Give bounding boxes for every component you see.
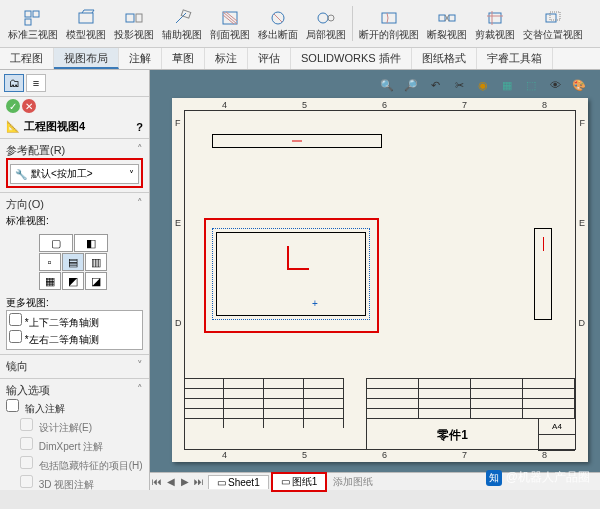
tab-yurui-tools[interactable]: 宇睿工具箱 <box>477 48 553 69</box>
svg-rect-2 <box>25 19 31 25</box>
more-views-list: *上下二等角轴测 *左右二等角轴测 <box>6 310 143 350</box>
drawing-sheet[interactable]: 4 5 6 7 8 4 5 6 7 8 F E F E D D + <box>172 98 588 462</box>
chevron-up-icon[interactable]: ˄ <box>137 383 143 398</box>
more-view-item[interactable]: *上下二等角轴测 <box>9 313 140 330</box>
svg-point-10 <box>328 15 334 21</box>
command-tabs: 工程图 视图布局 注解 草图 标注 评估 SOLIDWORKS 插件 图纸格式 … <box>0 48 600 70</box>
tab-sketch[interactable]: 草图 <box>162 48 205 69</box>
eye-icon[interactable]: 👁 <box>546 76 564 94</box>
confirm-cancel-icon[interactable]: ✕ <box>22 99 36 113</box>
view-right-icon[interactable]: ▤ <box>62 253 84 271</box>
tab-annotation[interactable]: 注解 <box>119 48 162 69</box>
view-dim-icon[interactable]: ◪ <box>85 272 107 290</box>
svg-rect-11 <box>382 13 396 23</box>
standard-view-grid: ▢ ◧ ▫ ▤ ▥ ▦ ◩ ◪ <box>39 234 111 290</box>
hidden-features-checkbox[interactable]: 包括隐藏特征的项目(H) <box>6 455 143 474</box>
center-mark-icon: + <box>312 298 318 309</box>
confirm-ok-icon[interactable]: ✓ <box>6 99 20 113</box>
more-view-item[interactable]: *左右二等角轴测 <box>9 330 140 347</box>
tab-sw-addins[interactable]: SOLIDWORKS 插件 <box>291 48 412 69</box>
panel-help-icon[interactable]: ? <box>136 121 143 133</box>
sheet-nav-first-icon[interactable]: ⏮ <box>150 476 164 487</box>
config-select[interactable]: 🔧 默认<按加工> ˅ <box>10 164 139 184</box>
section-mirror[interactable]: 镜向˅ <box>0 355 149 379</box>
panel-tab-feature-tree-icon[interactable]: 🗂 <box>4 74 24 92</box>
section-orientation: 方向(O)˄ 标准视图: ▢ ◧ ▫ ▤ ▥ ▦ ◩ ◪ 更多视图: *上下二等… <box>0 193 149 355</box>
view-front-icon[interactable]: ▢ <box>39 234 73 252</box>
ribbon: 标准三视图 模型视图 投影视图 辅助视图 剖面视图 移出断面 局部视图 断开的剖… <box>0 0 600 48</box>
hide-show-icon[interactable]: ▦ <box>498 76 516 94</box>
model-outline <box>216 232 366 316</box>
svg-rect-14 <box>489 13 501 23</box>
projected-view-right[interactable] <box>534 228 552 320</box>
drawing-view-icon: 📐 <box>6 120 20 133</box>
ribbon-break-view[interactable]: 断裂视图 <box>423 2 471 45</box>
sheet-tabs: ⏮ ◀ ▶ ⏭ ▭Sheet1 ▭图纸1 添加图纸 <box>150 472 600 490</box>
projected-view-top[interactable] <box>212 134 382 148</box>
tab-sheet-format[interactable]: 图纸格式 <box>412 48 477 69</box>
svg-rect-5 <box>136 14 142 22</box>
view-iso-icon[interactable]: ◩ <box>62 272 84 290</box>
svg-rect-15 <box>546 14 556 22</box>
section-import-options: 输入选项˄ 输入注解 设计注解(E) DimXpert 注解 包括隐藏特征的项目… <box>0 379 149 490</box>
tab-drawing[interactable]: 工程图 <box>0 48 54 69</box>
svg-rect-12 <box>439 15 445 21</box>
svg-rect-16 <box>550 12 560 20</box>
sheet-nav-next-icon[interactable]: ▶ <box>178 476 192 487</box>
zoom-prev-icon[interactable]: ↶ <box>426 76 444 94</box>
ribbon-std-views[interactable]: 标准三视图 <box>4 2 62 45</box>
part-name: 零件1 <box>367 419 539 451</box>
section-icon[interactable]: ✂ <box>450 76 468 94</box>
ribbon-projected-view[interactable]: 投影视图 <box>110 2 158 45</box>
sheet-nav-last-icon[interactable]: ⏭ <box>192 476 206 487</box>
heads-up-toolbar: 🔍 🔎 ↶ ✂ ◉ ▦ ⬚ 👁 🎨 <box>378 76 588 94</box>
property-manager: 🗂 ≡ ✓ ✕ 📐 工程图视图4 ? 参考配置(R)˄ 🔧 默认<按加工> ˅ … <box>0 70 150 490</box>
sheet-tab-sheet1[interactable]: ▭Sheet1 <box>208 475 269 489</box>
add-sheet-link[interactable]: 添加图纸 <box>333 475 373 489</box>
view-back-icon[interactable]: ◧ <box>74 234 108 252</box>
sheet-icon: ▭ <box>217 477 226 488</box>
ribbon-broken-section[interactable]: 断开的剖视图 <box>355 2 423 45</box>
chevron-down-icon: ˅ <box>129 169 134 180</box>
tab-markup[interactable]: 标注 <box>205 48 248 69</box>
view-left-icon[interactable]: ▥ <box>85 253 107 271</box>
svg-rect-0 <box>25 11 31 17</box>
ribbon-detail-view[interactable]: 局部视图 <box>302 2 350 45</box>
drawing-canvas[interactable]: 🔍 🔎 ↶ ✂ ◉ ▦ ⬚ 👁 🎨 4 5 6 7 8 4 5 6 7 8 F <box>150 70 600 490</box>
svg-rect-1 <box>33 11 39 17</box>
ribbon-aux-view[interactable]: 辅助视图 <box>158 2 206 45</box>
chevron-up-icon[interactable]: ˄ <box>137 197 143 212</box>
view-top-icon[interactable]: ▫ <box>39 253 61 271</box>
ribbon-alt-position[interactable]: 交替位置视图 <box>519 2 587 45</box>
svg-rect-3 <box>79 13 93 23</box>
view-settings-icon[interactable]: ⬚ <box>522 76 540 94</box>
import-annotations-checkbox[interactable]: 输入注解 <box>6 398 143 417</box>
zoom-fit-icon[interactable]: 🔍 <box>378 76 396 94</box>
appearance-icon[interactable]: 🎨 <box>570 76 588 94</box>
tab-view-layout[interactable]: 视图布局 <box>54 48 119 69</box>
design-annot-checkbox[interactable]: 设计注解(E) <box>6 417 143 436</box>
sheet-icon: ▭ <box>281 476 290 487</box>
display-style-icon[interactable]: ◉ <box>474 76 492 94</box>
section-reference-config: 参考配置(R)˄ 🔧 默认<按加工> ˅ <box>0 139 149 193</box>
tab-evaluate[interactable]: 评估 <box>248 48 291 69</box>
chevron-up-icon[interactable]: ˄ <box>137 143 143 158</box>
sheet-nav-prev-icon[interactable]: ◀ <box>164 476 178 487</box>
panel-tab-strip: 🗂 ≡ <box>0 70 149 97</box>
chevron-down-icon: ˅ <box>137 359 143 374</box>
3d-view-annot-checkbox[interactable]: 3D 视图注解 <box>6 474 143 490</box>
config-icon: 🔧 <box>15 169 27 180</box>
ribbon-model-view[interactable]: 模型视图 <box>62 2 110 45</box>
svg-rect-13 <box>449 15 455 21</box>
svg-rect-4 <box>126 14 134 22</box>
zoom-area-icon[interactable]: 🔎 <box>402 76 420 94</box>
title-block[interactable]: 零件1 A4 <box>366 378 576 450</box>
ribbon-crop-view[interactable]: 剪裁视图 <box>471 2 519 45</box>
panel-title: 📐 工程图视图4 ? <box>0 115 149 139</box>
panel-tab-property-icon[interactable]: ≡ <box>26 74 46 92</box>
dimxpert-annot-checkbox[interactable]: DimXpert 注解 <box>6 436 143 455</box>
ribbon-removed-section[interactable]: 移出断面 <box>254 2 302 45</box>
ribbon-section-view[interactable]: 剖面视图 <box>206 2 254 45</box>
sheet-tab-tuzi1[interactable]: ▭图纸1 <box>271 472 328 492</box>
view-bottom-icon[interactable]: ▦ <box>39 272 61 290</box>
